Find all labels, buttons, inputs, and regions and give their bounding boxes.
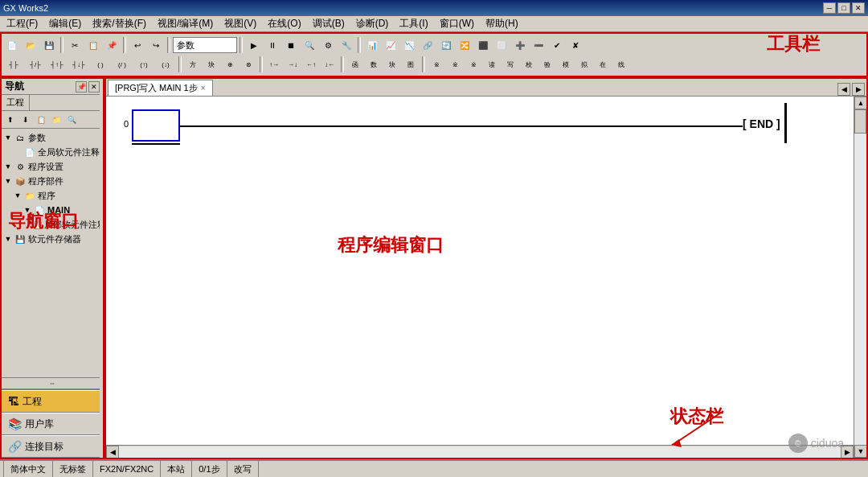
- menu-tools[interactable]: 工具(I): [395, 16, 432, 31]
- ladder-btn-15[interactable]: ←↑: [302, 56, 320, 73]
- toolbar-btn-20[interactable]: ➖: [530, 36, 547, 54]
- program-cell-0[interactable]: [132, 109, 180, 142]
- menu-convert[interactable]: 视图/编译(M): [153, 16, 218, 31]
- toolbar-btn-19[interactable]: ➕: [511, 36, 529, 54]
- toolbar-new-btn[interactable]: 📄: [3, 36, 21, 54]
- ladder-btn-1[interactable]: ┤├: [3, 56, 24, 73]
- scroll-v-thumb[interactable]: [854, 109, 866, 134]
- nav-toolbar-btn-2[interactable]: ⬇: [18, 113, 33, 127]
- ladder-btn-22[interactable]: ※: [446, 56, 464, 73]
- nav-tab-userlib[interactable]: 📚 用户库: [2, 413, 103, 435]
- ladder-btn-4[interactable]: ┤↓├: [68, 56, 89, 73]
- nav-toolbar-btn-1[interactable]: ⬆: [3, 113, 18, 127]
- tree-item-device-mem[interactable]: ▼ 💾 软元件存储器: [3, 232, 101, 246]
- tree-item-local-comment[interactable]: 📋 局部软元件注释: [3, 217, 101, 232]
- tree-item-params[interactable]: ▼ 🗂 参数: [3, 130, 101, 145]
- tree-item-prog-setting[interactable]: ▼ ⚙ 程序设置: [3, 159, 101, 174]
- scroll-down-btn[interactable]: ▼: [854, 445, 866, 458]
- scroll-right-btn[interactable]: ▶: [841, 446, 854, 458]
- scroll-h-track[interactable]: [119, 446, 841, 458]
- nav-close-btn[interactable]: ✕: [88, 81, 100, 93]
- close-button[interactable]: ✕: [852, 2, 865, 14]
- toolbar-copy-btn[interactable]: 📋: [84, 36, 102, 54]
- ladder-btn-28[interactable]: 模: [557, 56, 575, 73]
- nav-resize-handle[interactable]: ••: [2, 377, 103, 389]
- nav-tab-project[interactable]: 工程: [2, 95, 30, 110]
- toolbar-dropdown-1[interactable]: 参数: [173, 37, 237, 53]
- toolbar-open-btn[interactable]: 📂: [22, 36, 39, 54]
- ladder-btn-5[interactable]: ( ): [90, 56, 111, 73]
- nav-toolbar-btn-5[interactable]: 🔍: [64, 113, 79, 127]
- ladder-btn-26[interactable]: 校: [520, 56, 538, 73]
- nav-toolbar-btn-3[interactable]: 📋: [34, 113, 48, 127]
- menu-online[interactable]: 在线(O): [263, 16, 305, 31]
- nav-tab-project-bottom[interactable]: 🏗 工程: [2, 390, 103, 413]
- toolbar-btn-13[interactable]: 📉: [400, 36, 418, 54]
- menu-view[interactable]: 视图(V): [219, 16, 261, 31]
- toolbar-btn-8[interactable]: 🔍: [301, 36, 318, 54]
- ladder-btn-7[interactable]: (↑): [133, 56, 154, 73]
- ladder-btn-16[interactable]: ↓←: [321, 56, 338, 73]
- ladder-btn-19[interactable]: 块: [383, 56, 401, 73]
- toolbar-cut-btn[interactable]: ✂: [66, 36, 84, 54]
- toolbar-btn-14[interactable]: 🔗: [419, 36, 436, 54]
- ladder-btn-3[interactable]: ┤↑├: [47, 56, 68, 73]
- ladder-btn-21[interactable]: ※: [428, 56, 445, 73]
- nav-right-resize[interactable]: [100, 79, 103, 458]
- scroll-left-btn[interactable]: ◀: [106, 446, 119, 458]
- scroll-v-track[interactable]: [854, 109, 866, 445]
- ladder-btn-2[interactable]: ┤/├: [25, 56, 46, 73]
- menu-window[interactable]: 窗口(W): [435, 16, 479, 31]
- ladder-btn-20[interactable]: 图: [402, 56, 420, 73]
- ladder-btn-8[interactable]: (↓): [155, 56, 176, 73]
- toolbar-btn-21[interactable]: ✔: [548, 36, 566, 54]
- ladder-btn-17[interactable]: 函: [346, 56, 364, 73]
- ladder-btn-13[interactable]: ↑→: [265, 56, 283, 73]
- toolbar-undo-btn[interactable]: ↩: [129, 36, 146, 54]
- menu-diag[interactable]: 诊断(D): [351, 16, 394, 31]
- tree-item-global-comment[interactable]: 📄 全局软元件注释: [3, 145, 101, 159]
- toolbar-redo-btn[interactable]: ↪: [147, 36, 165, 54]
- ladder-btn-27[interactable]: 验: [538, 56, 556, 73]
- minimize-button[interactable]: ─: [823, 2, 836, 14]
- toolbar-btn-10[interactable]: 🔧: [338, 36, 355, 54]
- tree-item-main[interactable]: ▼ 📄 MAIN: [3, 203, 101, 217]
- ladder-btn-18[interactable]: 数: [365, 56, 383, 73]
- tree-item-prog[interactable]: ▼ 📁 程序: [3, 188, 101, 203]
- ladder-btn-30[interactable]: 在: [594, 56, 612, 73]
- menu-project[interactable]: 工程(F): [2, 16, 43, 31]
- toolbar-btn-22[interactable]: ✘: [567, 36, 584, 54]
- menu-search[interactable]: 搜索/替换(F): [88, 16, 151, 31]
- scroll-up-btn[interactable]: ▲: [854, 97, 866, 109]
- toolbar-paste-btn[interactable]: 📌: [103, 36, 121, 54]
- toolbar-btn-12[interactable]: 📈: [382, 36, 399, 54]
- nav-pin-btn[interactable]: 📌: [76, 81, 87, 93]
- ladder-btn-10[interactable]: 块: [203, 56, 220, 73]
- ladder-btn-6[interactable]: (/ ): [112, 56, 133, 73]
- toolbar-btn-5[interactable]: ▶: [245, 36, 263, 54]
- menu-debug[interactable]: 调试(B): [308, 16, 350, 31]
- ladder-btn-14[interactable]: →↓: [284, 56, 301, 73]
- ladder-btn-12[interactable]: ⊗: [240, 56, 257, 73]
- menu-edit[interactable]: 编辑(E): [44, 16, 86, 31]
- nav-toolbar-btn-4[interactable]: 📁: [49, 113, 63, 127]
- ladder-btn-23[interactable]: ※: [465, 56, 482, 73]
- ladder-btn-29[interactable]: 拟: [575, 56, 593, 73]
- toolbar-btn-6[interactable]: ⏸: [264, 36, 281, 54]
- editor-tab-main[interactable]: [PRG]写入 MAIN 1步 ×: [108, 80, 213, 96]
- toolbar-btn-16[interactable]: 🔀: [456, 36, 473, 54]
- ladder-btn-9[interactable]: 方: [184, 56, 202, 73]
- menu-help[interactable]: 帮助(H): [481, 16, 523, 31]
- toolbar-btn-15[interactable]: 🔄: [437, 36, 455, 54]
- nav-tab-connect[interactable]: 🔗 连接目标: [2, 435, 103, 458]
- editor-nav-right[interactable]: ▶: [852, 83, 865, 96]
- toolbar-btn-17[interactable]: ⬛: [474, 36, 492, 54]
- ladder-btn-11[interactable]: ⊕: [221, 56, 239, 73]
- toolbar-btn-18[interactable]: ⬜: [493, 36, 510, 54]
- restore-button[interactable]: □: [837, 2, 850, 14]
- editor-tab-close-btn[interactable]: ×: [201, 84, 206, 93]
- editor-nav-left[interactable]: ◀: [837, 83, 850, 96]
- tree-item-prog-comp[interactable]: ▼ 📦 程序部件: [3, 174, 101, 188]
- ladder-btn-31[interactable]: 线: [612, 56, 630, 73]
- ladder-btn-25[interactable]: 写: [502, 56, 519, 73]
